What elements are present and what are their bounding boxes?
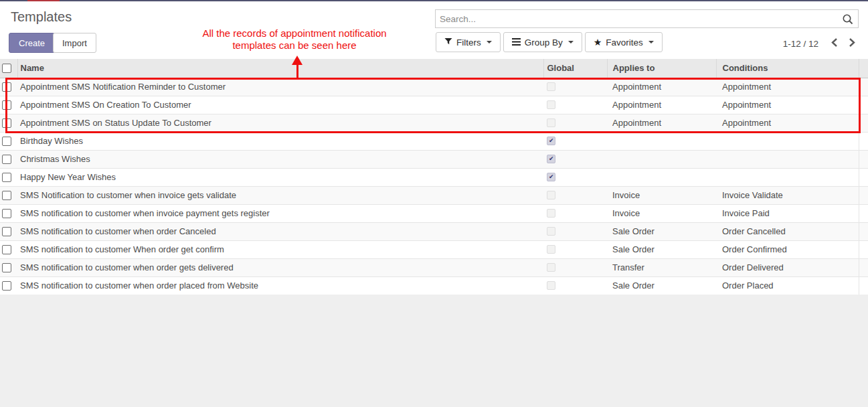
cell-global [543, 132, 607, 150]
table-row[interactable]: Happy New Year Wishes [0, 168, 868, 186]
import-button[interactable]: Import [53, 33, 96, 53]
row-select-checkbox[interactable] [2, 137, 11, 146]
column-header-name[interactable]: Name [17, 59, 543, 78]
favorites-label: Favorites [606, 37, 643, 48]
favorites-button[interactable]: ★ Favorites [585, 32, 663, 52]
cell-stub [859, 78, 868, 96]
cell-conditions[interactable]: Appointment [716, 114, 859, 132]
cell-conditions[interactable]: Invoice Paid [716, 204, 859, 222]
search-input[interactable] [440, 11, 835, 27]
row-select-checkbox[interactable] [2, 281, 11, 291]
cell-global [543, 240, 607, 258]
cell-stub [859, 186, 868, 204]
cell-template-name[interactable]: SMS notification to customer when order … [17, 222, 543, 240]
table-row[interactable]: SMS Notification to customer when invoic… [0, 186, 868, 204]
row-select-checkbox[interactable] [2, 245, 11, 254]
cell-global [543, 186, 607, 204]
row-select-checkbox[interactable] [2, 263, 11, 272]
cell-applies-to[interactable]: Sale Order [607, 222, 716, 240]
table-row[interactable]: SMS notification to customer When order … [0, 240, 868, 258]
search-icon[interactable] [842, 13, 854, 28]
cell-applies-to[interactable]: Appointment [607, 78, 716, 96]
column-header-global[interactable]: Global [543, 59, 607, 78]
cell-template-name[interactable]: SMS notification to customer When order … [17, 240, 543, 258]
pager-next-button[interactable] [847, 36, 857, 51]
cell-conditions[interactable] [716, 150, 859, 168]
table-row[interactable]: SMS notification to customer when order … [0, 258, 868, 276]
pager-previous-button[interactable] [829, 36, 840, 51]
row-select-checkbox[interactable] [2, 173, 11, 182]
cell-conditions[interactable]: Order Delivered [716, 258, 859, 276]
app-window: Templates Create Import Filters [0, 0, 868, 407]
cell-applies-to[interactable] [607, 150, 716, 168]
cell-global [543, 78, 607, 96]
cell-stub [859, 132, 868, 150]
cell-conditions[interactable]: Order Cancelled [716, 222, 859, 240]
column-header-conditions[interactable]: Conditions [716, 59, 859, 78]
cell-applies-to[interactable]: Appointment [607, 114, 716, 132]
cell-template-name[interactable]: SMS notification to customer when invoic… [17, 204, 543, 222]
row-select-cell [0, 240, 17, 258]
cell-global [543, 114, 607, 132]
table-row[interactable]: Appointment SMS on Status Update To Cust… [0, 114, 868, 132]
row-select-checkbox[interactable] [2, 82, 11, 92]
table-row[interactable]: Birthday Wishes [0, 132, 868, 150]
row-select-cell [0, 186, 17, 204]
global-checkbox-checked [547, 155, 555, 163]
row-select-cell [0, 258, 17, 276]
cell-conditions[interactable]: Invoice Validate [716, 186, 859, 204]
table-row[interactable]: Christmas Wishes [0, 150, 868, 168]
cell-applies-to[interactable] [607, 168, 716, 186]
row-select-checkbox[interactable] [2, 100, 11, 110]
cell-template-name[interactable]: Christmas Wishes [17, 150, 543, 168]
cell-applies-to[interactable]: Sale Order [607, 240, 716, 258]
cell-template-name[interactable]: SMS Notification to customer when invoic… [17, 186, 543, 204]
cell-conditions[interactable]: Appointment [716, 96, 859, 114]
cell-template-name[interactable]: Happy New Year Wishes [17, 168, 543, 186]
filters-button[interactable]: Filters [436, 32, 501, 52]
cell-conditions[interactable]: Order Placed [716, 276, 859, 295]
cell-stub [859, 258, 868, 276]
cell-template-name[interactable]: Appointment SMS Notification Reminder to… [17, 78, 543, 96]
table-row[interactable]: SMS notification to customer when invoic… [0, 204, 868, 222]
cell-conditions[interactable]: Appointment [716, 78, 859, 96]
create-button[interactable]: Create [9, 33, 55, 53]
cell-global [543, 258, 607, 276]
group-by-button[interactable]: Group By [503, 32, 582, 52]
cell-applies-to[interactable] [607, 132, 716, 150]
cell-stub [859, 96, 868, 114]
cell-applies-to[interactable]: Transfer [607, 258, 716, 276]
global-checkbox-unchecked [547, 263, 555, 272]
table-row[interactable]: Appointment SMS On Creation To CustomerA… [0, 96, 868, 114]
cell-applies-to[interactable]: Invoice [607, 186, 716, 204]
table-header-row: Name Global Applies to Conditions [0, 59, 868, 78]
row-select-checkbox[interactable] [2, 118, 11, 128]
cell-template-name[interactable]: SMS notification to customer when order … [17, 276, 543, 295]
cell-global [543, 150, 607, 168]
cell-stub [859, 114, 868, 132]
pager: 1-12 / 12 [783, 36, 857, 51]
cell-applies-to[interactable]: Invoice [607, 204, 716, 222]
row-select-checkbox[interactable] [2, 209, 11, 218]
row-select-cell [0, 168, 17, 186]
table-row[interactable]: Appointment SMS Notification Reminder to… [0, 78, 868, 96]
cell-template-name[interactable]: Appointment SMS On Creation To Customer [17, 96, 543, 114]
cell-template-name[interactable]: Appointment SMS on Status Update To Cust… [17, 114, 543, 132]
column-header-applies-to[interactable]: Applies to [607, 59, 716, 78]
table-row[interactable]: SMS notification to customer when order … [0, 222, 868, 240]
row-select-cell [0, 276, 17, 295]
table-row[interactable]: SMS notification to customer when order … [0, 276, 868, 295]
row-select-checkbox[interactable] [2, 191, 11, 200]
select-all-cell [0, 59, 17, 78]
select-all-checkbox[interactable] [2, 64, 11, 73]
cell-conditions[interactable]: Order Confirmed [716, 240, 859, 258]
row-select-checkbox[interactable] [2, 227, 11, 236]
cell-applies-to[interactable]: Appointment [607, 96, 716, 114]
row-select-checkbox[interactable] [2, 155, 11, 164]
cell-conditions[interactable] [716, 168, 859, 186]
cell-template-name[interactable]: SMS notification to customer when order … [17, 258, 543, 276]
cell-conditions[interactable] [716, 132, 859, 150]
row-select-cell [0, 114, 17, 132]
cell-template-name[interactable]: Birthday Wishes [17, 132, 543, 150]
cell-applies-to[interactable]: Sale Order [607, 276, 716, 295]
